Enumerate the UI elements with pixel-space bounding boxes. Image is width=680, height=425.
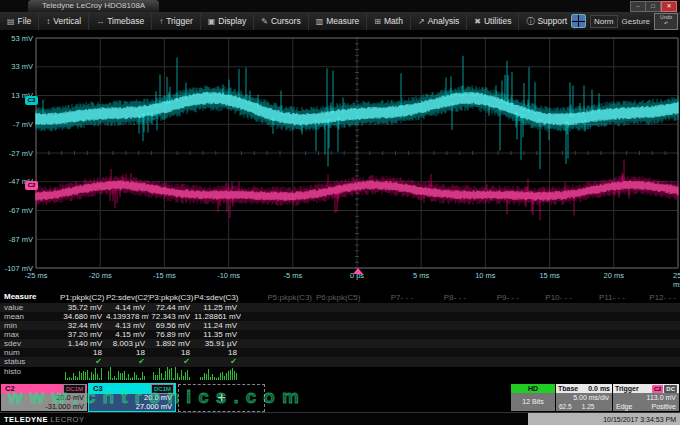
menu-item-cursors[interactable]: ✎Cursors	[254, 12, 308, 30]
measure-column-header-12[interactable]: P12- - -	[629, 292, 680, 303]
table-cell	[364, 330, 417, 339]
acquisition-hd-box[interactable]: HD 12 Bits	[511, 384, 555, 411]
timebase-icon: ↔	[96, 17, 104, 26]
menu-item-timebase[interactable]: ↔Timebase	[89, 12, 152, 30]
table-cell	[417, 367, 470, 381]
measure-column-header-4[interactable]: P4:sdev(C3)	[194, 292, 241, 303]
trigger-level: 113.0 mV	[616, 393, 676, 402]
hd-bits: 12 Bits	[511, 393, 555, 411]
table-cell	[470, 330, 523, 339]
status-check-icon: ✔	[138, 357, 145, 366]
table-cell	[523, 321, 576, 330]
menu-item-support[interactable]: ⓘSupport	[519, 12, 575, 30]
table-cell	[629, 339, 680, 348]
datetime-display: 10/15/2017 3:34:53 PM	[528, 413, 680, 425]
x-axis-label: 10 ms	[475, 271, 495, 280]
table-cell: 72.44 mV	[149, 303, 194, 312]
title-bar: Teledyne LeCroy HDO8108A – □ ✕	[0, 0, 680, 12]
table-cell	[629, 321, 680, 330]
trigger-box[interactable]: Trigger C2 DC 113.0 mV Edge Positive	[613, 384, 679, 411]
measure-column-header-8[interactable]: P8- - -	[417, 292, 470, 303]
table-row: max37.20 mV4.15 mV76.89 mV11.35 mV	[0, 330, 680, 339]
table-cell	[417, 330, 470, 339]
menu-item-utilities[interactable]: ✖Utilities	[467, 12, 519, 30]
menu-item-analysis[interactable]: ↗Analysis	[411, 12, 467, 30]
measure-column-header-10[interactable]: P10- - -	[523, 292, 576, 303]
grid-layout-icon[interactable]	[571, 14, 586, 28]
measure-column-header-11[interactable]: P11- - -	[576, 292, 629, 303]
measure-column-header-1[interactable]: P1:pkpk(C2)	[60, 292, 106, 303]
window-title: Teledyne LeCroy HDO8108A	[28, 0, 159, 12]
channel-box-body: 20.0 mV27.000 mV	[89, 394, 175, 411]
channel-box-c2[interactable]: C2DC1M20.0 mV-31.000 mV	[1, 384, 87, 411]
channel-box-body: 20.0 mV-31.000 mV	[1, 394, 87, 411]
table-cell	[241, 312, 316, 321]
waveform-display[interactable]: 53 mV33 mV13 mV-7 mV-27 mV-47 mV-67 mV-8…	[0, 30, 680, 288]
table-cell: 37.20 mV	[60, 330, 106, 339]
table-cell: 18	[106, 348, 149, 357]
undo-button[interactable]: Undo ↶	[654, 13, 678, 30]
table-cell	[576, 339, 629, 348]
table-row: min32.44 mV4.13 mV69.56 mV11.24 mV	[0, 321, 680, 330]
table-cell	[576, 348, 629, 357]
utilities-icon: ✖	[474, 17, 481, 26]
menu-item-vertical[interactable]: ↕Vertical	[39, 12, 89, 30]
scope-grid-and-traces[interactable]	[0, 30, 680, 288]
table-cell	[523, 312, 576, 321]
measure-table: MeasureP1:pkpk(C2)P2:sdev(C2)P3:pkpk(C3)…	[0, 292, 680, 381]
vertical-icon: ↕	[46, 17, 50, 26]
footer-bar: TELEDYNE LECROY 10/15/2017 3:34:53 PM	[0, 412, 680, 425]
measure-column-header-9[interactable]: P9- - -	[470, 292, 523, 303]
menu-item-display[interactable]: ▣Display	[201, 12, 254, 30]
gesture-button[interactable]: Gesture	[622, 17, 650, 26]
table-cell: max	[0, 330, 60, 339]
table-cell: ✔	[60, 357, 106, 367]
menu-item-math[interactable]: ⊞Math	[367, 12, 411, 30]
close-button[interactable]: ✕	[661, 1, 677, 12]
x-axis-label: 20 ms	[604, 271, 624, 280]
table-cell: 11.35 mV	[194, 330, 241, 339]
trigger-coupling-badge: DC	[664, 385, 677, 393]
table-cell	[576, 330, 629, 339]
hd-badge: HD	[511, 384, 555, 393]
table-cell: 4.13 mV	[106, 321, 149, 330]
minimize-button[interactable]: –	[630, 1, 646, 12]
measure-column-header-5[interactable]: P5:pkpk(C3)	[241, 292, 316, 303]
menu-item-label: File	[18, 16, 32, 26]
channel-box-c3[interactable]: C3DC1M20.0 mV27.000 mV	[89, 384, 175, 411]
table-cell	[576, 367, 629, 381]
table-cell	[364, 357, 417, 367]
measure-column-header-6[interactable]: P6:pkpk(C5)	[316, 292, 364, 303]
histogram-sparkline	[200, 367, 237, 380]
measure-column-header-7[interactable]: P7- - -	[364, 292, 417, 303]
maximize-button[interactable]: □	[645, 1, 661, 12]
table-cell: 69.56 mV	[149, 321, 194, 330]
x-axis-label: -15 ms	[153, 271, 176, 280]
measure-column-header-2[interactable]: P2:sdev(C2)	[106, 292, 149, 303]
menu-item-file[interactable]: ▤File	[0, 12, 39, 30]
table-cell	[241, 339, 316, 348]
menu-item-trigger[interactable]: ↑Trigger	[152, 12, 201, 30]
table-cell	[523, 303, 576, 312]
table-row: num18181818	[0, 348, 680, 357]
table-row: sdev1.140 mV8.003 µV1.892 mV35.91 µV	[0, 339, 680, 348]
add-trace-button[interactable]: +	[178, 384, 265, 412]
measure-column-header-3[interactable]: P3:pkpk(C3)	[149, 292, 194, 303]
trigger-source-badge: C2	[652, 385, 664, 393]
table-cell: 11.28861 mV	[194, 312, 241, 321]
table-row: status✔✔✔✔	[0, 357, 680, 367]
table-cell	[629, 312, 680, 321]
table-cell	[470, 348, 523, 357]
table-cell	[364, 312, 417, 321]
table-cell: 35.72 mV	[60, 303, 106, 312]
menu-item-measure[interactable]: ▥Measure	[309, 12, 368, 30]
trigger-position-icon[interactable]	[353, 268, 363, 274]
table-cell	[241, 357, 316, 367]
table-cell	[316, 339, 364, 348]
analysis-icon: ↗	[418, 17, 425, 26]
table-cell: 18	[60, 348, 106, 357]
c2-trace-marker[interactable]: C2	[25, 181, 38, 190]
timebase-box[interactable]: Tbase 0.0 ms 5.00 ms/div 62.5 MS 1.25 GS…	[556, 384, 612, 411]
table-cell	[241, 321, 316, 330]
c3-trace-marker[interactable]: C3	[25, 96, 38, 105]
